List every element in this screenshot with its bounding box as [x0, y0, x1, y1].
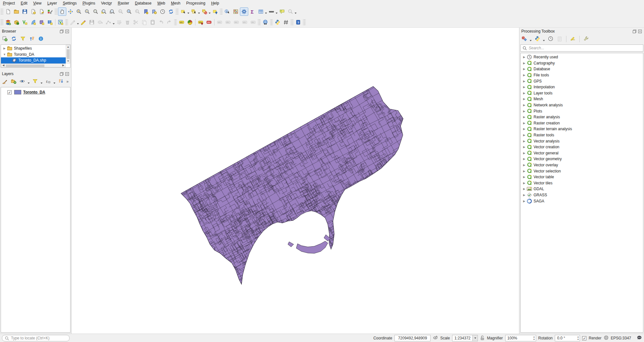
add-group-button[interactable] — [10, 78, 17, 85]
menu-plugins[interactable]: Plugins — [80, 0, 98, 6]
toolbox-category-raster-tools[interactable]: ▶Raster tools — [521, 132, 643, 138]
menu-settings[interactable]: Settings — [60, 0, 80, 6]
new-geopackage-layer-button[interactable] — [12, 18, 21, 26]
toggle-editing-button[interactable] — [79, 18, 88, 26]
toolbox-category-vector-table[interactable]: ▶Vector table — [521, 174, 643, 180]
refresh-browser-button[interactable] — [10, 35, 17, 43]
zoom-to-layer-button[interactable] — [108, 7, 117, 16]
toolbar-grip[interactable] — [174, 19, 177, 26]
filter-browser-button[interactable] — [19, 35, 26, 43]
tree-collapsed-arrow[interactable]: ▶ — [522, 55, 526, 59]
tree-collapsed-arrow[interactable]: ▶ — [522, 175, 526, 179]
tree-expanded-arrow[interactable]: ▼ — [2, 53, 7, 56]
menu-view[interactable]: View — [30, 0, 44, 6]
messages-icon[interactable] — [637, 335, 642, 341]
tree-collapsed-arrow[interactable]: ▶ — [522, 103, 526, 107]
tree-collapsed-arrow[interactable]: ▶ — [522, 110, 526, 113]
tree-collapsed-arrow[interactable]: ▶ — [522, 80, 526, 83]
extents-toggle-icon[interactable] — [433, 335, 438, 341]
show-bookmarks-button[interactable] — [150, 7, 158, 16]
toolbox-category-recently-used[interactable]: ▶Recently used — [521, 54, 643, 60]
browser-float-button[interactable] — [60, 29, 64, 34]
toolbox-category-vector-selection[interactable]: ▶Vector selection — [521, 168, 643, 174]
vertex-tool-dropdown-arrow[interactable] — [113, 23, 115, 24]
toolbox-float-button[interactable] — [632, 29, 637, 34]
enable-properties-button[interactable]: i — [37, 35, 44, 43]
toolbar-grip[interactable] — [258, 19, 260, 26]
pan-map-button[interactable] — [58, 7, 66, 16]
show-layout-manager-button[interactable] — [37, 7, 46, 16]
tree-collapsed-arrow[interactable]: ▶ — [522, 127, 526, 131]
browser-item-toronto-da-shp[interactable]: Toronto_DA.shp — [1, 57, 66, 64]
models-dropdown-arrow[interactable] — [530, 40, 532, 41]
menu-web[interactable]: Web — [154, 0, 168, 6]
toolbox-category-interpolation[interactable]: ▶Interpolation — [521, 84, 643, 90]
browser-item-shapefiles[interactable]: ▶Shapefiles — [1, 45, 66, 52]
map-tips-button[interactable] — [278, 7, 286, 16]
field-calculator-button[interactable] — [232, 7, 240, 16]
manage-map-themes-dropdown-arrow[interactable] — [28, 83, 30, 84]
manage-map-themes-button[interactable] — [19, 78, 25, 85]
toolbar-grip[interactable] — [303, 19, 306, 26]
layer-labeling-button[interactable]: abc — [177, 18, 186, 26]
toolbox-category-vector-overlay[interactable]: ▶Vector overlay — [521, 162, 643, 168]
toolbox-category-vector-analysis[interactable]: ▶Vector analysis — [521, 138, 643, 144]
magnifier-spinner[interactable]: 100%▲▼ — [505, 335, 536, 341]
refresh-map-button[interactable] — [167, 7, 175, 16]
new-print-layout-button[interactable] — [29, 7, 37, 16]
filter-legend-button[interactable] — [32, 78, 39, 85]
options-button[interactable] — [582, 35, 590, 43]
zoom-out-button[interactable] — [83, 7, 91, 16]
toolbox-category-gdal[interactable]: ▶GDAL — [521, 186, 643, 192]
python-scripts-dropdown-arrow[interactable] — [543, 40, 545, 41]
select-by-value-dropdown-arrow[interactable] — [198, 13, 200, 14]
new-annotation-layer-button[interactable] — [56, 18, 65, 26]
toolbox-category-vector-tiles[interactable]: ▶Vector tiles — [521, 180, 643, 186]
select-by-value-button[interactable] — [190, 7, 198, 16]
tree-collapsed-arrow[interactable]: ▶ — [522, 85, 526, 89]
edit-features-in-place-button[interactable] — [569, 35, 576, 43]
select-features-dropdown-arrow[interactable] — [187, 13, 189, 14]
toolbox-category-saga[interactable]: ▶SAGA — [521, 198, 643, 204]
processing-toolbox-button[interactable] — [240, 7, 248, 16]
layers-close-button[interactable] — [65, 72, 69, 76]
menu-raster[interactable]: Raster — [115, 0, 132, 6]
menu-layer[interactable]: Layer — [44, 0, 60, 6]
tree-collapsed-arrow[interactable]: ▶ — [522, 187, 526, 191]
tree-collapsed-arrow[interactable]: ▶ — [522, 140, 526, 143]
toolbar-grip[interactable] — [176, 8, 178, 15]
tree-collapsed-arrow[interactable]: ▶ — [522, 151, 526, 155]
attribute-table-dropdown-arrow[interactable] — [265, 13, 267, 14]
open-project-button[interactable] — [12, 7, 21, 16]
tree-collapsed-arrow[interactable]: ▶ — [522, 181, 526, 185]
rotation-spinner[interactable]: 0.0 °▲▼ — [555, 335, 580, 341]
identify-features-button[interactable]: i — [223, 7, 232, 16]
layer-diagram-button[interactable] — [186, 18, 194, 26]
measure-dropdown-arrow[interactable] — [276, 13, 278, 14]
layer-item-toronto_da[interactable]: ✓Toronto_DA — [1, 89, 70, 95]
toolbar-grip[interactable] — [1, 8, 3, 15]
python-scripts-button[interactable] — [534, 35, 541, 43]
pin-labels-button[interactable]: abc — [196, 18, 205, 26]
tree-collapsed-arrow[interactable]: ▶ — [522, 92, 526, 95]
locator-search-input[interactable]: Type to locate (Ctrl+K) — [2, 335, 70, 341]
toolbar-grip[interactable] — [270, 19, 273, 26]
layers-toolbar-overflow[interactable]: » — [66, 79, 70, 84]
pan-to-selection-button[interactable] — [66, 7, 75, 16]
toolbox-close-button[interactable] — [638, 29, 642, 34]
filter-legend-dropdown-arrow[interactable] — [41, 83, 43, 84]
toolbox-category-grass[interactable]: ▶GRASS — [521, 192, 643, 198]
toolbar-grip[interactable] — [1, 19, 3, 26]
new-mesh-layer-button[interactable] — [37, 18, 46, 26]
tree-collapsed-arrow[interactable]: ▶ — [522, 170, 526, 173]
data-source-manager-button[interactable] — [4, 18, 12, 26]
add-selected-layers-button[interactable] — [1, 35, 8, 43]
new-virtual-layer-button[interactable] — [46, 18, 54, 26]
coordinate-input[interactable]: 7209492,948909 — [394, 335, 431, 341]
menu-help[interactable]: Help — [208, 0, 222, 6]
models-button[interactable] — [521, 35, 528, 43]
tree-collapsed-arrow[interactable]: ▶ — [522, 163, 526, 167]
python-console-button[interactable] — [273, 18, 282, 26]
layer-visibility-checkbox[interactable]: ✓ — [7, 90, 12, 94]
zoom-to-bookmark-dropdown-arrow[interactable] — [295, 13, 297, 14]
